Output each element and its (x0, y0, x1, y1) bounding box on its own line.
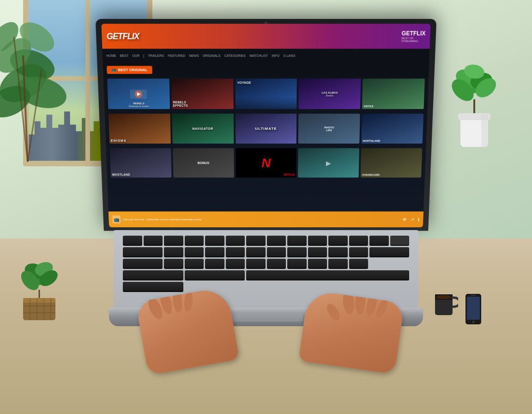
thumbnail-effects[interactable]: REBELSEFFECTS (171, 79, 233, 109)
key[interactable] (123, 236, 142, 246)
key[interactable] (349, 236, 369, 246)
thumbnail-netflix[interactable]: N NFFLIX (236, 148, 296, 178)
nav-watchlist[interactable]: WATCHLIST (249, 54, 268, 57)
key[interactable] (369, 236, 389, 246)
thumbnail-label: REBELSPremium & Action (109, 102, 169, 108)
laptop-screen-frame: GETFLIX GETFLIX BEST OFSTREAMING HOME BE… (96, 19, 437, 231)
thumbnail-bonus[interactable]: BONUS (173, 148, 234, 178)
key[interactable] (246, 259, 266, 269)
svg-point-36 (436, 295, 451, 299)
key[interactable] (164, 259, 183, 269)
nav-sep1: | (143, 54, 144, 57)
key[interactable] (369, 247, 409, 257)
key[interactable] (308, 259, 327, 269)
key[interactable] (185, 236, 204, 246)
key[interactable] (328, 236, 348, 246)
nav-trailers[interactable]: TRAILERS (148, 54, 164, 57)
logo-right: GETFLIX BEST OFSTREAMING (401, 30, 426, 43)
nav-our[interactable]: OUR (132, 54, 139, 57)
svg-point-48 (342, 290, 356, 315)
content-grid-row2: ENIGMA NAVIGATOR ULTIMATE PHOTOLIFE (105, 111, 428, 146)
thumbnail-enigma[interactable]: ENIGMA (109, 114, 171, 144)
key[interactable] (185, 247, 204, 257)
coffee-mug (433, 287, 458, 319)
featured-section: 📺 BEST ORIGINAL (103, 62, 429, 76)
key[interactable] (123, 259, 163, 269)
svg-point-39 (472, 321, 475, 323)
thumbnail-photo[interactable]: PHOTOLIFE (298, 114, 360, 144)
nav-categories[interactable]: CATEGORIES (224, 54, 246, 57)
key[interactable] (349, 247, 369, 257)
key[interactable] (205, 236, 224, 246)
info-icon[interactable]: ℹ (418, 217, 420, 222)
thumbnail-vistas[interactable]: VISTAS (362, 79, 425, 109)
share-icon[interactable]: ↗ (411, 217, 414, 222)
header-subtext: BEST OFSTREAMING (401, 37, 425, 43)
laptop-screen: GETFLIX GETFLIX BEST OFSTREAMING HOME BE… (101, 24, 430, 227)
content-grid-row3: MOSTLAND BONUS N NFFLIX ▶ (106, 146, 426, 180)
key[interactable] (328, 247, 348, 257)
thumbnail-stream[interactable]: ▶ (298, 148, 360, 178)
screen-bottom-bar: 📺 Get your free trial - Subscribe now fo… (109, 212, 423, 227)
key[interactable] (164, 236, 183, 246)
thumbnail-overboard[interactable]: OVERBOARD (361, 148, 423, 178)
nav-news[interactable]: NEWS (189, 54, 199, 57)
screen-content: GETFLIX GETFLIX BEST OFSTREAMING HOME BE… (101, 24, 430, 227)
thumbnail-ultimate[interactable]: ULTIMATE (235, 114, 296, 144)
key[interactable] (308, 247, 327, 257)
watch-icon[interactable]: 👁 (402, 217, 407, 222)
bottom-bar-actions: 👁 ↗ ℹ (402, 217, 420, 222)
key[interactable] (226, 247, 245, 257)
key[interactable] (287, 236, 307, 246)
key[interactable] (185, 259, 204, 269)
key[interactable] (308, 236, 327, 246)
thumbnail-navigator[interactable]: NAVIGATOR (172, 114, 234, 144)
nav-originals[interactable]: ORIGINALS (203, 54, 221, 57)
svg-rect-38 (467, 297, 480, 320)
hand-left (136, 286, 240, 375)
key[interactable] (287, 259, 307, 269)
key[interactable] (226, 236, 245, 246)
nav-best[interactable]: BEST (120, 54, 129, 57)
key[interactable] (123, 247, 163, 257)
nav-featured[interactable]: FEATURED (168, 54, 185, 57)
white-pot-plant (444, 55, 504, 159)
nav-lang[interactable]: S LANG (284, 54, 296, 57)
key[interactable] (205, 247, 224, 257)
thumbnail-rebels[interactable]: REBELSPremium & Action (107, 79, 170, 109)
thumbnail-voyage[interactable]: VOYAGE (235, 79, 297, 109)
key[interactable] (328, 259, 348, 269)
nav-home[interactable]: HOME (106, 54, 116, 57)
key[interactable] (144, 236, 163, 246)
nav-info[interactable]: INFO (272, 54, 280, 57)
tv-icon-symbol: 📺 (114, 217, 119, 222)
key[interactable] (267, 259, 286, 269)
foliage-left (0, 0, 88, 162)
key[interactable] (246, 236, 266, 246)
content-grid-row1: REBELSPremium & Action REBELSEFFECTS VOY… (103, 76, 429, 111)
screen-nav: HOME BEST OUR | TRAILERS FEATURED NEWS O… (103, 49, 430, 62)
hand-right (298, 290, 405, 374)
basket-plant (12, 248, 67, 324)
bottom-bar-tv-icon: 📺 (112, 215, 121, 223)
key[interactable] (205, 259, 224, 269)
svg-point-52 (325, 302, 342, 323)
key[interactable] (246, 247, 266, 257)
key[interactable] (226, 259, 245, 269)
thumbnail-almas[interactable]: LAS ALMASDrama (299, 79, 361, 109)
phone-device (465, 293, 482, 327)
thumbnail-mostland[interactable]: MOSTLAND (110, 148, 172, 178)
featured-button[interactable]: 📺 BEST ORIGINAL (107, 66, 152, 74)
svg-rect-33 (481, 115, 488, 147)
logo-left: GETFLIX (106, 31, 139, 42)
key[interactable] (164, 247, 183, 257)
thumbnail-northland[interactable]: NORTHLAND (361, 114, 423, 144)
typing-hands (104, 275, 428, 368)
key[interactable] (267, 247, 286, 257)
key[interactable] (349, 259, 369, 269)
key[interactable] (287, 247, 307, 257)
key[interactable] (267, 236, 286, 246)
bottom-bar-text: Get your free trial - Subscribe now for … (123, 218, 400, 221)
tv-icon: 📺 (111, 68, 116, 72)
key[interactable] (390, 236, 410, 246)
